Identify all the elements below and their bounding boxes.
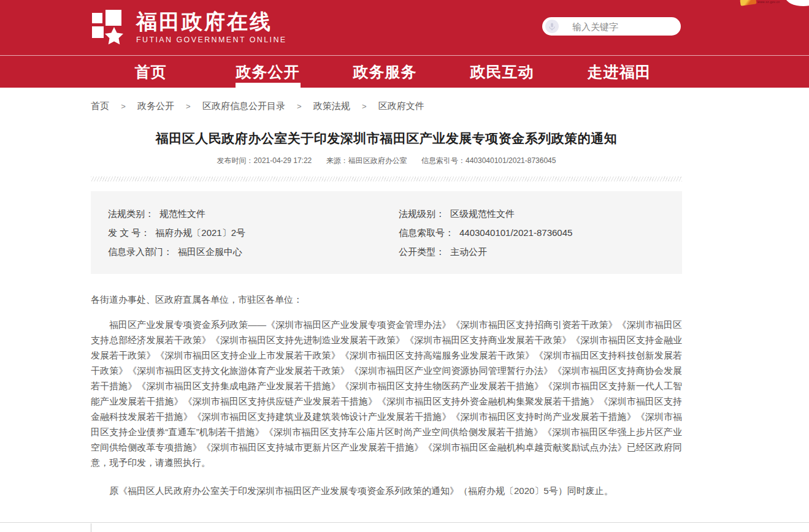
info-value: 规范性文件 xyxy=(159,208,205,219)
site-title-en: FUTIAN GOVERNMENT ONLINE xyxy=(136,36,287,44)
page-title: 福田区人民政府办公室关于印发深圳市福田区产业发展专项资金系列政策的通知 xyxy=(91,130,682,147)
microphone-icon[interactable] xyxy=(545,20,559,33)
nav-label: 政务服务 xyxy=(353,62,417,82)
body-paragraph-2: 原《福田区人民政府办公室关于印发深圳市福田区产业发展专项资金系列政策的通知》（福… xyxy=(91,483,682,498)
site-header: 福田政府在线 FUTIAN GOVERNMENT ONLINE www.sz.g… xyxy=(0,0,809,55)
nav-item-gov-services[interactable]: 政务服务 xyxy=(326,56,443,88)
breadcrumb-policies[interactable]: 政策法规 xyxy=(313,101,350,111)
info-value: 福府办规〔2021〕2号 xyxy=(155,227,245,238)
info-label: 公开类型： xyxy=(399,246,445,257)
corner-oval-shape xyxy=(786,0,809,6)
nav-label: 政务公开 xyxy=(236,62,300,82)
doc-index-no: 信息索引号：4403040101/2021-8736045 xyxy=(421,156,556,165)
info-row-doc-number: 发 文 号：福府办规〔2021〕2号 xyxy=(108,223,374,242)
corner-emblem-icon xyxy=(740,0,756,6)
info-label: 发 文 号： xyxy=(108,227,150,238)
info-label: 法规级别： xyxy=(399,208,445,219)
search-input[interactable] xyxy=(559,17,681,36)
nav-item-public-interaction[interactable]: 政民互动 xyxy=(443,56,561,88)
nav-label: 政民互动 xyxy=(470,62,534,82)
page-footer xyxy=(0,522,809,532)
futian-logo-icon xyxy=(91,8,126,45)
info-label: 信息索取号： xyxy=(399,227,454,238)
nav-label: 走进福田 xyxy=(588,62,651,82)
footer-divider-tick xyxy=(91,523,91,532)
nav-item-about-futian[interactable]: 走进福田 xyxy=(561,56,678,88)
info-row-regulation-category: 法规类别：规范性文件 xyxy=(108,204,374,223)
main-nav: 首页 政务公开 政务服务 政民互动 走进福田 xyxy=(0,55,809,88)
nav-label: 首页 xyxy=(135,62,167,82)
info-label: 法规类别： xyxy=(108,208,154,219)
corner-url: www.sz.gov.cn xyxy=(757,0,780,4)
content-area: 首页 > 政务公开 > 区政府信息公开目录 > 政策法规 > 区政府文件 福田区… xyxy=(91,88,682,532)
doc-body: 各街道办事处、区政府直属各单位，市驻区各单位： 福田区产业发展专项资金系列政策—… xyxy=(91,292,682,532)
doc-meta: 发布时间：2021-04-29 17:22 来源：福田区政府办公室 信息索引号：… xyxy=(91,156,682,166)
nav-item-gov-disclosure[interactable]: 政务公开 xyxy=(209,56,326,88)
body-paragraph-1: 福田区产业发展专项资金系列政策——《深圳市福田区产业发展专项资金管理办法》《深圳… xyxy=(91,317,682,470)
breadcrumb-gov-disclosure[interactable]: 政务公开 xyxy=(137,101,174,111)
site-title: 福田政府在线 xyxy=(136,8,287,35)
breadcrumb-info-catalog[interactable]: 区政府信息公开目录 xyxy=(202,101,285,111)
doc-info-box: 法规类别：规范性文件 发 文 号：福府办规〔2021〕2号 信息录入部门：福田区… xyxy=(91,191,682,274)
search-box xyxy=(542,17,681,36)
corner-widget: www.sz.gov.cn xyxy=(740,0,783,7)
info-row-index-number: 信息索取号：4403040101/2021-8736045 xyxy=(399,223,665,242)
site-logo[interactable]: 福田政府在线 FUTIAN GOVERNMENT ONLINE xyxy=(91,8,287,45)
info-value: 福田区企服中心 xyxy=(178,246,242,257)
info-row-disclosure-type: 公开类型：主动公开 xyxy=(399,242,665,261)
hatched-divider xyxy=(91,177,682,181)
breadcrumb-separator: > xyxy=(121,102,126,111)
breadcrumb: 首页 > 政务公开 > 区政府信息公开目录 > 政策法规 > 区政府文件 xyxy=(91,88,682,112)
info-value: 主动公开 xyxy=(450,246,487,257)
doc-source: 来源：福田区政府办公室 xyxy=(326,156,407,165)
breadcrumb-separator: > xyxy=(362,102,367,111)
info-box-right-column: 法规级别：区级规范性文件 信息索取号：4403040101/2021-87360… xyxy=(399,204,665,261)
info-box-left-column: 法规类别：规范性文件 发 文 号：福府办规〔2021〕2号 信息录入部门：福田区… xyxy=(108,204,374,261)
breadcrumb-separator: > xyxy=(186,102,191,111)
breadcrumb-district-docs[interactable]: 区政府文件 xyxy=(378,101,424,111)
breadcrumb-separator: > xyxy=(297,102,302,111)
publish-time: 发布时间：2021-04-29 17:22 xyxy=(217,156,312,165)
nav-item-home[interactable]: 首页 xyxy=(92,56,209,88)
info-value: 区级规范性文件 xyxy=(450,208,515,219)
info-label: 信息录入部门： xyxy=(108,246,172,257)
active-tab-indicator xyxy=(236,83,301,88)
site-title-block: 福田政府在线 FUTIAN GOVERNMENT ONLINE xyxy=(136,8,287,44)
breadcrumb-home[interactable]: 首页 xyxy=(91,101,109,111)
info-row-entry-department: 信息录入部门：福田区企服中心 xyxy=(108,242,374,261)
info-value: 4403040101/2021-8736045 xyxy=(459,227,572,238)
info-row-regulation-level: 法规级别：区级规范性文件 xyxy=(399,204,665,223)
salutation: 各街道办事处、区政府直属各单位，市驻区各单位： xyxy=(91,292,682,307)
